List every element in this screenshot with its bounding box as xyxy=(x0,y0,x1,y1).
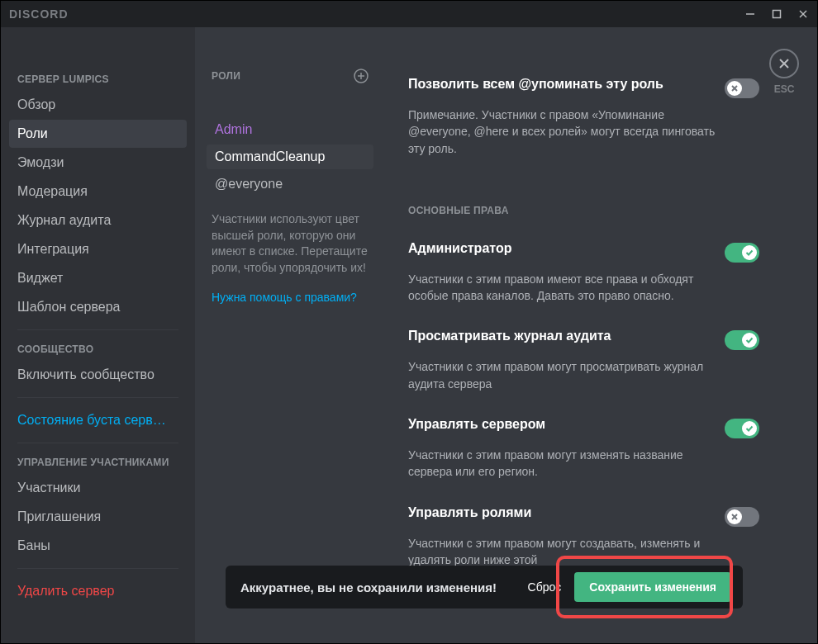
perm-server-title: Управлять сервером xyxy=(408,417,545,432)
sidebar-item-invites[interactable]: Приглашения xyxy=(9,503,187,531)
perm-admin-title: Администратор xyxy=(408,241,511,256)
perm-audit-title: Просматривать журнал аудита xyxy=(408,329,611,343)
close-button[interactable] xyxy=(797,8,809,20)
esc-wrapper: ESC xyxy=(769,49,799,95)
sidebar-item-moderation[interactable]: Модерация xyxy=(9,178,187,206)
settings-sidebar: СЕРВЕР LUMPICS Обзор Роли Эмодзи Модерац… xyxy=(1,27,195,643)
sidebar-member-mgmt-header: УПРАВЛЕНИЕ УЧАСТНИКАМИ xyxy=(9,452,187,473)
perm-rolesmgr-desc: Участники с этим правом могут создавать,… xyxy=(408,535,718,569)
maximize-button[interactable] xyxy=(771,8,782,20)
reset-button[interactable]: Сброс xyxy=(523,574,567,600)
check-icon xyxy=(742,245,757,260)
sidebar-item-emoji[interactable]: Эмодзи xyxy=(9,149,187,177)
check-icon xyxy=(742,333,757,348)
window-buttons xyxy=(744,8,809,20)
perm-rolesmgr-title: Управлять ролями xyxy=(408,505,531,520)
sidebar-item-integrations[interactable]: Интеграция xyxy=(9,235,187,263)
perm-mention-toggle[interactable] xyxy=(725,78,759,98)
perm-mention-title: Позволить всем @упоминать эту роль xyxy=(408,77,663,92)
esc-label: ESC xyxy=(774,83,795,95)
svg-rect-1 xyxy=(773,11,781,18)
sidebar-item-server-template[interactable]: Шаблон сервера xyxy=(9,293,187,321)
content-area: СЕРВЕР LUMPICS Обзор Роли Эмодзи Модерац… xyxy=(1,27,817,643)
perm-audit-desc: Участники с этим правом могут просматрив… xyxy=(408,358,718,392)
perm-mention-desc: Примечание. Участники с правом «Упоминан… xyxy=(408,107,718,157)
perm-audit-toggle[interactable] xyxy=(725,330,759,350)
sidebar-server-header: СЕРВЕР LUMPICS xyxy=(9,69,187,90)
minimize-button[interactable] xyxy=(744,8,756,20)
roles-help-link[interactable]: Нужна помощь с правами? xyxy=(207,276,373,319)
sidebar-item-bans[interactable]: Баны xyxy=(9,532,187,560)
perm-server-desc: Участники с этим правом могут изменять н… xyxy=(408,447,718,481)
sidebar-divider xyxy=(17,397,178,398)
sidebar-item-widget[interactable]: Виджет xyxy=(9,264,187,292)
role-item-admin[interactable]: Admin xyxy=(207,117,373,142)
sidebar-divider xyxy=(17,443,178,443)
perm-server-toggle[interactable] xyxy=(725,419,759,438)
sidebar-community-header: СООБЩЕСТВО xyxy=(9,339,187,360)
roles-column: РОЛИ Admin CommandCleanup @everyone Учас… xyxy=(195,27,385,643)
role-item-commandcleanup[interactable]: CommandCleanup xyxy=(207,144,373,169)
save-changes-button[interactable]: Сохранить изменения xyxy=(574,572,731,602)
sidebar-item-members[interactable]: Участники xyxy=(9,474,187,502)
sidebar-item-boost-status[interactable]: Состояние буста серв… xyxy=(9,406,187,434)
sidebar-item-delete-server[interactable]: Удалить сервер xyxy=(9,577,187,605)
roles-header: РОЛИ xyxy=(207,65,373,92)
role-item-everyone[interactable]: @everyone xyxy=(207,172,373,197)
titlebar: DISCORD xyxy=(1,1,817,27)
perm-rolesmgr-toggle[interactable] xyxy=(725,507,759,527)
app-brand: DISCORD xyxy=(9,7,69,21)
unsaved-message: Аккуратнее, вы не сохранили изменения! xyxy=(240,580,523,594)
sidebar-divider xyxy=(17,329,178,330)
permissions-column: Позволить всем @упоминать эту роль Приме… xyxy=(385,27,817,643)
app-window: DISCORD СЕРВЕР LUMPICS Обзор Роли Эмодзи… xyxy=(0,0,818,644)
perm-section-general: ОСНОВНЫЕ ПРАВА xyxy=(408,205,759,216)
perm-admin-desc: Участники с этим правом имеют все права … xyxy=(408,271,718,305)
sidebar-item-overview[interactable]: Обзор xyxy=(9,91,187,119)
sidebar-item-audit-log[interactable]: Журнал аудита xyxy=(9,206,187,234)
sidebar-divider xyxy=(17,568,178,569)
x-icon xyxy=(727,81,742,96)
close-settings-button[interactable] xyxy=(769,49,799,78)
x-icon xyxy=(727,509,742,524)
roles-header-label: РОЛИ xyxy=(212,70,240,82)
unsaved-changes-bar: Аккуратнее, вы не сохранили изменения! С… xyxy=(226,566,743,608)
check-icon xyxy=(742,421,757,436)
sidebar-item-roles[interactable]: Роли xyxy=(9,120,187,148)
add-role-button[interactable] xyxy=(354,69,369,83)
roles-ordering-note: Участники используют цвет высшей роли, к… xyxy=(207,197,373,276)
sidebar-item-enable-community[interactable]: Включить сообщество xyxy=(9,361,187,389)
perm-admin-toggle[interactable] xyxy=(725,243,759,263)
